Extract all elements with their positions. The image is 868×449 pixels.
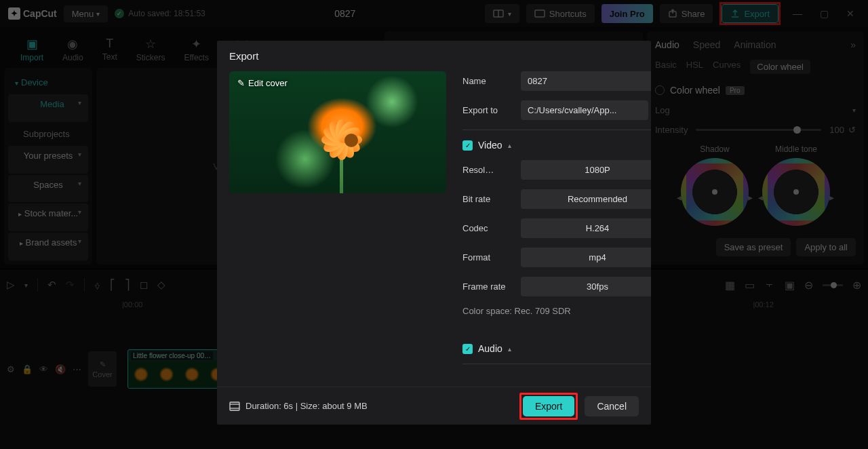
edit-cover-button[interactable]: ✎ Edit cover: [237, 78, 288, 88]
modal-title: Export: [217, 41, 651, 71]
cover-preview[interactable]: ✎ Edit cover: [229, 71, 446, 193]
checkbox-checked-icon[interactable]: ✓: [462, 344, 473, 354]
framerate-label: Frame rate: [462, 281, 513, 292]
export-confirm-highlight: Export: [519, 393, 578, 420]
format-label: Format: [462, 252, 513, 262]
film-icon: [229, 402, 240, 411]
bitrate-select[interactable]: Recommended: [521, 189, 651, 209]
name-label: Name: [462, 76, 513, 86]
bitrate-label: Bit rate: [462, 194, 513, 204]
export-confirm-button[interactable]: Export: [523, 396, 574, 416]
colorspace-text: Color space: Rec. 709 SDR: [462, 306, 651, 316]
collapse-icon: ▴: [508, 142, 511, 149]
export-dialog: Export ✎ Edit cover Name Exp: [217, 41, 651, 425]
exportto-input[interactable]: [521, 100, 648, 120]
format-select[interactable]: mp4: [521, 248, 651, 267]
duration-info: Duration: 6s | Size: about 9 MB: [229, 401, 368, 411]
codec-select[interactable]: H.264: [521, 218, 651, 238]
framerate-select[interactable]: 30fps: [521, 277, 651, 296]
resolution-label: Resol…: [462, 165, 513, 175]
codec-label: Codec: [462, 223, 513, 233]
pencil-icon: ✎: [237, 78, 245, 88]
checkbox-checked-icon[interactable]: ✓: [462, 140, 473, 151]
audio-section[interactable]: ✓ Audio ▴: [462, 343, 651, 354]
exportto-label: Export to: [462, 105, 513, 115]
name-input[interactable]: [521, 71, 651, 91]
cancel-button[interactable]: Cancel: [585, 396, 639, 416]
resolution-select[interactable]: 1080P: [521, 160, 651, 180]
collapse-icon: ▴: [508, 345, 511, 353]
svg-rect-4: [230, 402, 239, 410]
video-section[interactable]: ✓ Video ▴: [462, 140, 651, 151]
